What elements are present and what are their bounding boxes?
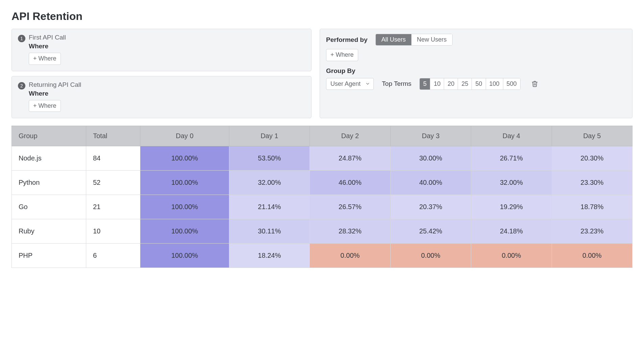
table-cell-day: 18.24%: [229, 244, 309, 268]
table-cell-day: 30.11%: [229, 219, 309, 244]
table-cell-day: 28.32%: [310, 219, 390, 244]
top-terms-option[interactable]: 25: [458, 78, 472, 90]
table-cell-group: Node.js: [12, 146, 86, 171]
table-cell-day: 100.00%: [140, 219, 229, 244]
table-row: PHP6100.00%18.24%0.00%0.00%0.00%0.00%: [12, 244, 632, 268]
step-number-badge: 1: [18, 35, 25, 42]
table-cell-day: 19.29%: [471, 195, 552, 219]
table-cell-day: 0.00%: [390, 244, 471, 268]
step-number-badge: 2: [18, 82, 25, 90]
top-terms-option[interactable]: 20: [444, 78, 458, 90]
table-cell-day: 18.78%: [552, 195, 632, 219]
table-cell-day: 53.50%: [229, 146, 309, 171]
step-where-label: Where: [29, 90, 305, 97]
table-cell-day: 21.14%: [229, 195, 309, 219]
table-row: Ruby10100.00%30.11%28.32%25.42%24.18%23.…: [12, 219, 632, 244]
performed-by-segment: All UsersNew Users: [375, 34, 452, 46]
table-cell-day: 0.00%: [471, 244, 552, 268]
step-panel-2: 2Returning API CallWhere+ Where: [12, 76, 312, 119]
table-cell-total: 52: [86, 171, 140, 195]
table-row: Node.js84100.00%53.50%24.87%30.00%26.71%…: [12, 146, 632, 171]
steps-column: 1First API CallWhere+ Where2Returning AP…: [12, 29, 312, 118]
top-terms-option[interactable]: 100: [486, 78, 503, 90]
group-by-value: User Agent: [330, 80, 361, 87]
table-cell-day: 100.00%: [140, 146, 229, 171]
top-terms-option[interactable]: 50: [472, 78, 485, 90]
table-cell-day: 20.37%: [390, 195, 471, 219]
table-cell-day: 0.00%: [552, 244, 632, 268]
top-terms-option[interactable]: 500: [503, 78, 520, 90]
performed-by-option[interactable]: All Users: [376, 34, 411, 45]
table-cell-day: 100.00%: [140, 244, 229, 268]
table-header: Group: [12, 126, 86, 146]
table-cell-day: 24.18%: [471, 219, 552, 244]
table-cell-day: 25.42%: [390, 219, 471, 244]
table-cell-total: 21: [86, 195, 140, 219]
table-cell-day: 40.00%: [390, 171, 471, 195]
table-cell-total: 84: [86, 146, 140, 171]
table-header: Day 2: [310, 126, 390, 146]
table-cell-day: 24.87%: [310, 146, 390, 171]
table-cell-day: 100.00%: [140, 171, 229, 195]
table-cell-group: Python: [12, 171, 86, 195]
step-add-where-button[interactable]: + Where: [29, 100, 61, 112]
group-by-label: Group By: [326, 67, 626, 75]
table-header: Day 5: [552, 126, 632, 146]
table-cell-day: 0.00%: [310, 244, 390, 268]
performed-by-add-where-button[interactable]: + Where: [326, 49, 358, 61]
step-panel-1: 1First API CallWhere+ Where: [12, 29, 312, 71]
table-header: Day 3: [390, 126, 471, 146]
group-by-select[interactable]: User Agent: [326, 78, 374, 90]
table-cell-day: 32.00%: [471, 171, 552, 195]
step-label: Returning API Call: [29, 81, 305, 89]
table-header: Day 1: [229, 126, 309, 146]
table-cell-day: 23.30%: [552, 171, 632, 195]
retention-table: GroupTotalDay 0Day 1Day 2Day 3Day 4Day 5…: [12, 126, 632, 268]
table-row: Go21100.00%21.14%26.57%20.37%19.29%18.78…: [12, 195, 632, 219]
table-cell-total: 6: [86, 244, 140, 268]
table-row: Python52100.00%32.00%46.00%40.00%32.00%2…: [12, 171, 632, 195]
table-cell-total: 10: [86, 219, 140, 244]
table-cell-day: 20.30%: [552, 146, 632, 171]
top-terms-option[interactable]: 5: [420, 78, 430, 90]
top-terms-option[interactable]: 10: [430, 78, 444, 90]
top-terms-segment: 510202550100500: [419, 78, 520, 90]
table-cell-day: 26.71%: [471, 146, 552, 171]
chevron-down-icon: [365, 81, 370, 86]
table-cell-group: PHP: [12, 244, 86, 268]
trash-icon[interactable]: [531, 80, 538, 87]
table-cell-day: 26.57%: [310, 195, 390, 219]
table-cell-day: 32.00%: [229, 171, 309, 195]
table-cell-day: 23.23%: [552, 219, 632, 244]
step-label: First API Call: [29, 34, 305, 41]
performed-by-option[interactable]: New Users: [411, 34, 452, 45]
table-cell-day: 46.00%: [310, 171, 390, 195]
page-title: API Retention: [12, 10, 632, 23]
table-cell-day: 30.00%: [390, 146, 471, 171]
performed-by-panel: Performed by All UsersNew Users + Where …: [320, 29, 632, 118]
top-terms-label: Top Terms: [382, 80, 411, 87]
step-add-where-button[interactable]: + Where: [29, 53, 61, 65]
performed-by-label: Performed by: [326, 36, 367, 44]
table-header: Total: [86, 126, 140, 146]
table-header: Day 4: [471, 126, 552, 146]
table-header: Day 0: [140, 126, 229, 146]
step-where-label: Where: [29, 43, 305, 50]
table-cell-group: Go: [12, 195, 86, 219]
table-cell-day: 100.00%: [140, 195, 229, 219]
table-cell-group: Ruby: [12, 219, 86, 244]
